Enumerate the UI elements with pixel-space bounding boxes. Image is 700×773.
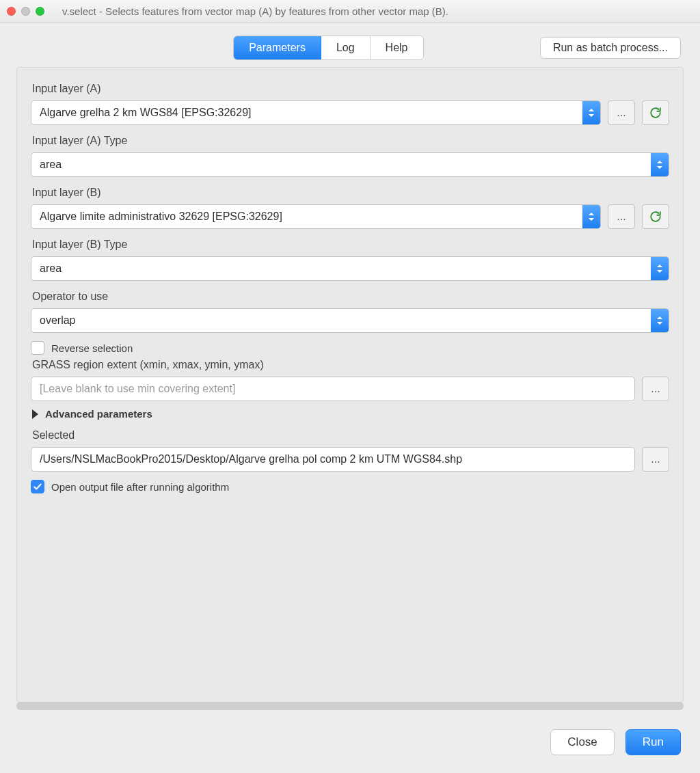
- input-b-type-spinner-icon: [651, 257, 669, 280]
- tab-help[interactable]: Help: [371, 36, 423, 59]
- advanced-parameters-disclosure[interactable]: Advanced parameters: [32, 408, 669, 420]
- label-input-b-type: Input layer (B) Type: [32, 239, 669, 251]
- ellipsis-icon: ...: [617, 211, 625, 223]
- tab-parameters[interactable]: Parameters: [234, 36, 321, 59]
- tab-log[interactable]: Log: [321, 36, 371, 59]
- window-close-button[interactable]: [7, 7, 16, 16]
- input-b-iterate-button[interactable]: [642, 204, 669, 229]
- advanced-parameters-label: Advanced parameters: [45, 408, 152, 420]
- titlebar: v.select - Selects features from vector …: [0, 0, 700, 23]
- input-a-value: Algarve grelha 2 km WGS84 [EPSG:32629]: [31, 107, 582, 119]
- horizontal-scrollbar[interactable]: [16, 702, 684, 710]
- iterate-icon: [649, 211, 662, 223]
- traffic-lights: [7, 7, 44, 16]
- window-minimize-button[interactable]: [21, 7, 30, 16]
- input-a-browse-button[interactable]: ...: [608, 100, 635, 125]
- operator-value: overlap: [31, 314, 651, 327]
- label-selected: Selected: [32, 429, 669, 442]
- dialog-footer: Close Run: [0, 717, 700, 773]
- input-b-value: Algarve limite administrativo 32629 [EPS…: [31, 211, 582, 223]
- selected-output-input[interactable]: [31, 447, 635, 472]
- open-output-checkbox[interactable]: [31, 480, 44, 493]
- top-row: Parameters Log Help Run as batch process…: [0, 23, 700, 67]
- label-input-b: Input layer (B): [32, 187, 669, 199]
- parameters-panel: Input layer (A) Algarve grelha 2 km WGS8…: [16, 67, 684, 703]
- operator-combo[interactable]: overlap: [31, 308, 669, 333]
- ellipsis-icon: ...: [617, 107, 625, 119]
- scrollbar-thumb[interactable]: [16, 702, 684, 710]
- ellipsis-icon: ...: [651, 383, 660, 395]
- ellipsis-icon: ...: [651, 453, 660, 465]
- extent-browse-button[interactable]: ...: [642, 377, 669, 401]
- checkmark-icon: [33, 482, 42, 491]
- iterate-icon: [649, 107, 662, 119]
- input-a-combo[interactable]: Algarve grelha 2 km WGS84 [EPSG:32629]: [31, 100, 601, 125]
- input-b-type-combo[interactable]: area: [31, 256, 669, 281]
- label-input-a-type: Input layer (A) Type: [32, 135, 669, 147]
- input-b-combo[interactable]: Algarve limite administrativo 32629 [EPS…: [31, 204, 601, 229]
- reverse-selection-label: Reverse selection: [51, 342, 133, 354]
- run-button[interactable]: Run: [625, 729, 681, 755]
- label-input-a: Input layer (A): [32, 83, 669, 95]
- input-a-iterate-button[interactable]: [642, 100, 669, 125]
- operator-spinner-icon: [651, 309, 669, 332]
- input-a-spinner-icon: [582, 101, 600, 124]
- selected-browse-button[interactable]: ...: [642, 447, 669, 472]
- input-b-spinner-icon: [582, 205, 600, 228]
- input-b-browse-button[interactable]: ...: [608, 204, 635, 229]
- label-operator: Operator to use: [32, 290, 669, 303]
- window-title: v.select - Selects features from vector …: [58, 5, 693, 17]
- tab-group: Parameters Log Help: [233, 36, 423, 60]
- input-a-type-combo[interactable]: area: [31, 152, 669, 177]
- close-button[interactable]: Close: [550, 729, 614, 755]
- reverse-selection-checkbox[interactable]: [31, 341, 44, 355]
- disclosure-triangle-icon: [32, 409, 38, 419]
- input-a-type-spinner-icon: [651, 153, 669, 176]
- window-zoom-button[interactable]: [36, 7, 44, 16]
- input-b-type-value: area: [31, 262, 651, 275]
- extent-input[interactable]: [31, 377, 635, 401]
- input-a-type-value: area: [31, 159, 651, 171]
- dialog-window: v.select - Selects features from vector …: [0, 0, 700, 773]
- open-output-label: Open output file after running algorithm: [51, 481, 229, 493]
- run-as-batch-button[interactable]: Run as batch process...: [540, 37, 681, 59]
- label-extent: GRASS region extent (xmin, xmax, ymin, y…: [32, 359, 669, 371]
